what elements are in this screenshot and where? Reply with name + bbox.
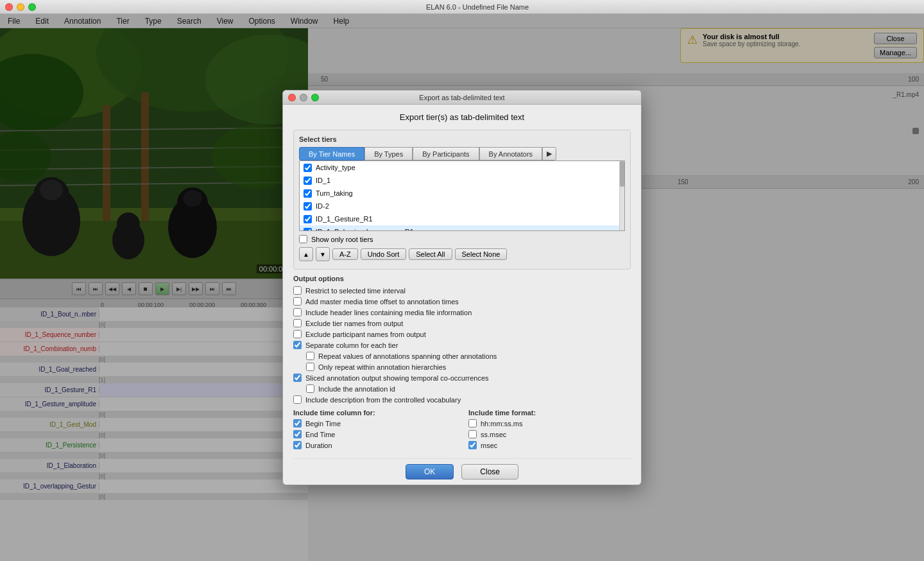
select-all-btn[interactable]: Select All: [409, 248, 452, 260]
opt-only-repeat-checkbox[interactable]: [306, 363, 314, 371]
opt-ssmsec-checkbox[interactable]: [468, 430, 477, 438]
opt-header-lines: Include header lines containing media fi…: [293, 308, 631, 316]
opt-hhmmss: hh:mm:ss.ms: [468, 419, 631, 427]
sort-controls: ▲ ▼ A-Z Undo Sort Select All Select None: [299, 247, 625, 261]
maximize-traffic-light[interactable]: [28, 3, 36, 11]
tier-checkbox-id1[interactable]: [304, 177, 312, 185]
tier-item-label-activity: Activity_type: [316, 164, 355, 171]
undo-sort-btn[interactable]: Undo Sort: [361, 248, 407, 260]
output-options-section: Output options Restrict to selected time…: [293, 275, 631, 404]
minimize-traffic-light[interactable]: [17, 3, 24, 11]
dialog-buttons: OK Close: [293, 458, 631, 479]
modal-heading: Export tier(s) as tab-delimited text: [293, 112, 631, 122]
opt-duration: Duration: [293, 441, 456, 449]
opt-begin-time-label: Begin Time: [305, 420, 341, 427]
opt-header-lines-label: Include header lines containing media fi…: [305, 309, 472, 316]
opt-header-lines-checkbox[interactable]: [293, 308, 302, 316]
opt-master-media-label: Add master media time offset to annotati…: [305, 298, 459, 306]
sort-az-btn[interactable]: A-Z: [332, 248, 358, 260]
tier-item-label-turn: Turn_taking: [316, 189, 353, 197]
tier-list-scroll-thumb[interactable]: [620, 161, 624, 187]
opt-include-desc-checkbox[interactable]: [293, 395, 302, 404]
opt-msec: msec: [468, 441, 631, 449]
tier-list-scrollbar[interactable]: [619, 161, 624, 230]
output-options-title: Output options: [293, 275, 631, 282]
opt-hhmmss-label: hh:mm:ss.ms: [481, 420, 522, 427]
opt-exclude-tier: Exclude tier names from output: [293, 319, 631, 327]
time-format-title: Include time format:: [468, 409, 631, 417]
opt-ssmsec: ss.msec: [468, 430, 631, 438]
tier-checkbox-turn[interactable]: [304, 189, 312, 198]
opt-repeat-values-checkbox[interactable]: [306, 352, 314, 360]
tier-item-id2[interactable]: ID-2: [300, 200, 619, 212]
modal-window: Export as tab-delimited text Export tier…: [282, 90, 642, 485]
tier-item-activity[interactable]: Activity_type: [300, 161, 619, 174]
tab-by-annotators[interactable]: By Annotators: [479, 147, 543, 160]
time-column-title: Include time column for:: [293, 409, 456, 417]
tab-by-participants[interactable]: By Participants: [413, 147, 479, 160]
opt-sliced-label: Sliced annotation output showing tempora…: [305, 374, 489, 382]
opt-restrict-label: Restrict to selected time interval: [305, 287, 406, 295]
opt-exclude-tier-label: Exclude tier names from output: [305, 320, 403, 327]
tier-checkbox-activity[interactable]: [304, 164, 312, 172]
tier-checkbox-behavioral[interactable]: [304, 228, 312, 231]
opt-only-repeat: Only repeat within annotation hierarchie…: [293, 363, 631, 371]
opt-sliced: Sliced annotation output showing tempora…: [293, 374, 631, 382]
tier-item-label-id1: ID_1: [316, 177, 330, 184]
opt-exclude-participant-label: Exclude participant names from output: [305, 331, 426, 338]
opt-master-media: Add master media time offset to annotati…: [293, 297, 631, 306]
tier-item-label-behavioral: ID_1_Behavioral_response_R1: [316, 228, 414, 230]
time-options-section: Include time column for: Begin Time End …: [293, 409, 631, 452]
root-tiers-checkbox[interactable]: [299, 235, 307, 243]
tier-item-behavioral[interactable]: ID_1_Behavioral_response_R1: [300, 225, 619, 230]
select-tiers-section: Select tiers By Tier Names By Types By P…: [293, 130, 631, 270]
close-traffic-light[interactable]: [5, 3, 13, 11]
opt-restrict-checkbox[interactable]: [293, 286, 302, 295]
opt-exclude-participant-checkbox[interactable]: [293, 330, 302, 338]
sort-down-btn[interactable]: ▼: [316, 247, 330, 261]
opt-master-media-checkbox[interactable]: [293, 297, 302, 306]
tier-checkbox-id2[interactable]: [304, 202, 312, 211]
opt-end-time-label: End Time: [305, 431, 335, 438]
sort-up-btn[interactable]: ▲: [299, 247, 313, 261]
opt-end-time-checkbox[interactable]: [293, 430, 302, 438]
select-tiers-title: Select tiers: [299, 135, 625, 143]
tier-item-label-id2: ID-2: [316, 202, 329, 210]
opt-include-desc-label: Include description from the controlled …: [305, 396, 461, 404]
opt-begin-time-checkbox[interactable]: [293, 419, 302, 427]
opt-annotation-id-label: Include the annotation id: [318, 385, 395, 393]
tier-item-id1[interactable]: ID_1: [300, 174, 619, 187]
root-tiers-option: Show only root tiers: [299, 235, 625, 243]
app-container: File Edit Annotation Tier Type Search Vi…: [0, 14, 924, 561]
opt-msec-checkbox[interactable]: [468, 441, 477, 449]
mac-titlebar: ELAN 6.0 - Undefined File Name: [0, 0, 924, 14]
tier-item-turn[interactable]: Turn_taking: [300, 187, 619, 200]
tab-more[interactable]: ▶: [542, 147, 556, 160]
ok-button[interactable]: OK: [406, 464, 454, 479]
traffic-lights: [5, 3, 36, 11]
opt-annotation-id-checkbox[interactable]: [306, 384, 314, 393]
opt-end-time: End Time: [293, 430, 456, 438]
tab-by-types[interactable]: By Types: [364, 147, 413, 160]
tier-list-scroll[interactable]: Activity_type ID_1 Turn_taking: [300, 161, 619, 230]
tab-by-tier-names[interactable]: By Tier Names: [299, 147, 364, 160]
opt-duration-checkbox[interactable]: [293, 441, 302, 449]
opt-repeat-values-label: Repeat values of annotations spanning ot…: [318, 352, 497, 360]
time-format-section: Include time format: hh:mm:ss.ms ss.msec…: [468, 409, 631, 452]
opt-hhmmss-checkbox[interactable]: [468, 419, 477, 427]
modal-titlebar: Export as tab-delimited text: [283, 91, 641, 105]
opt-restrict: Restrict to selected time interval: [293, 286, 631, 295]
opt-separate-col-label: Separate column for each tier: [305, 341, 398, 349]
tier-checkbox-gesture-r1[interactable]: [304, 215, 312, 223]
opt-exclude-tier-checkbox[interactable]: [293, 319, 302, 327]
tier-item-gesture-r1[interactable]: ID_1_Gesture_R1: [300, 212, 619, 225]
opt-begin-time: Begin Time: [293, 419, 456, 427]
opt-separate-col-checkbox[interactable]: [293, 341, 302, 349]
opt-separate-col: Separate column for each tier: [293, 341, 631, 349]
opt-sliced-checkbox[interactable]: [293, 374, 302, 382]
select-none-btn[interactable]: Select None: [455, 248, 508, 260]
root-tiers-label: Show only root tiers: [311, 236, 373, 243]
tier-item-label-gesture-r1: ID_1_Gesture_R1: [316, 215, 373, 223]
tier-list-container: Activity_type ID_1 Turn_taking: [299, 160, 625, 231]
close-button[interactable]: Close: [461, 464, 518, 479]
